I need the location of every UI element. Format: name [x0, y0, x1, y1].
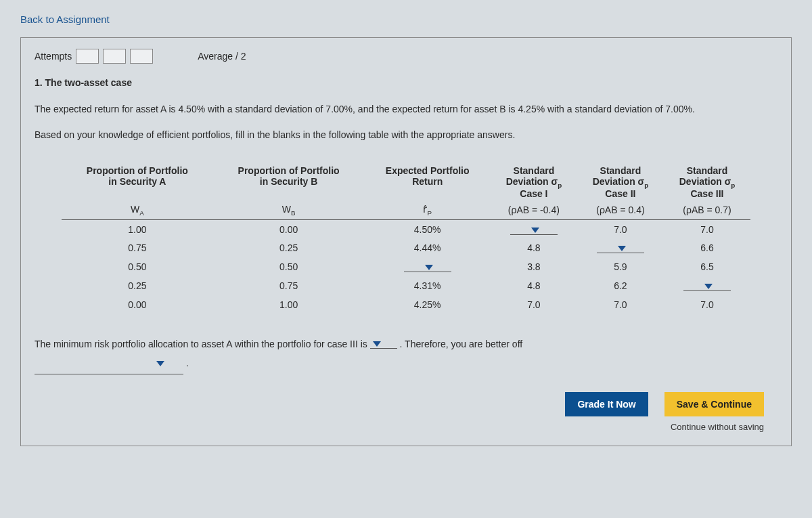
chevron-down-icon [156, 361, 164, 366]
cell-wa: 0.50 [62, 257, 213, 276]
attempt-box-2 [103, 49, 126, 64]
fill-in-sentence: The minimum risk portfolio allocation to… [35, 334, 777, 374]
dropdown-allocation[interactable] [370, 341, 397, 349]
cell-rp: 4.44% [365, 238, 491, 257]
cell-c2: 6.2 [577, 276, 664, 295]
cell-c3: 6.5 [664, 257, 750, 276]
attempts-row: Attempts Average / 2 [35, 49, 777, 64]
col-header-sd3: StandardDeviation σpCase III [664, 164, 750, 201]
attempt-box-3 [130, 49, 153, 64]
cell-wa: 0.75 [62, 238, 213, 257]
attempt-box-1 [76, 49, 99, 64]
table-row: 0.50 0.50 3.8 5.9 6.5 [62, 257, 750, 276]
assignment-panel: Attempts Average / 2 1. The two-asset ca… [20, 37, 792, 446]
subheader-wa: WA [62, 200, 213, 219]
col-header-propA: Proportion of Portfolioin Security A [62, 164, 213, 201]
col-header-sd2: StandardDeviation σpCase II [577, 164, 664, 201]
chevron-down-icon [704, 284, 713, 289]
table-row: 0.75 0.25 4.44% 4.8 6.6 [62, 238, 750, 257]
cell-rp: 4.31% [365, 276, 491, 295]
chevron-down-icon [618, 246, 626, 251]
continue-without-saving-link[interactable]: Continue without saving [671, 422, 764, 432]
col-header-propB: Proportion of Portfolioin Security B [213, 164, 365, 201]
chevron-down-icon [373, 341, 381, 347]
cell-wb: 1.00 [213, 295, 365, 314]
dropdown-r1-c2[interactable] [597, 246, 644, 253]
cell-c1: 4.8 [491, 276, 577, 295]
col-header-sd1: StandardDeviation σpCase I [491, 164, 577, 201]
cell-c2: 7.0 [577, 219, 664, 238]
cell-rp: 4.25% [365, 295, 491, 314]
portfolio-table: Proportion of Portfolioin Security A Pro… [62, 164, 750, 315]
subheader-wb: WB [213, 200, 365, 219]
cell-wb: 0.75 [213, 276, 365, 295]
chevron-down-icon [531, 228, 539, 233]
table-row: 0.00 1.00 4.25% 7.0 7.0 7.0 [62, 295, 750, 314]
dropdown-r2-rp[interactable] [404, 265, 451, 272]
subheader-pab3: (ρAB = 0.7) [664, 200, 750, 219]
paragraph-2: Based on your knowledge of efficient por… [35, 127, 777, 144]
table-row: 0.25 0.75 4.31% 4.8 6.2 [62, 276, 750, 295]
cell-wb: 0.25 [213, 238, 365, 257]
dropdown-r0-c1[interactable] [510, 228, 558, 235]
col-header-return: Expected PortfolioReturn [365, 164, 491, 201]
grade-it-now-button[interactable]: Grade It Now [565, 392, 648, 416]
portfolio-table-area: Proportion of Portfolioin Security A Pro… [35, 164, 777, 315]
subheader-pab2: (ρAB = 0.4) [577, 200, 664, 219]
sentence-part1: The minimum risk portfolio allocation to… [35, 339, 370, 349]
button-row: Grade It Now Save & Continue Continue wi… [35, 392, 777, 432]
back-to-assignment-link[interactable]: Back to Assignment [20, 14, 110, 25]
cell-c3: 7.0 [664, 219, 750, 238]
paragraph-1: The expected return for asset A is 4.50%… [35, 102, 777, 118]
cell-c3: 7.0 [664, 295, 750, 314]
cell-c2: 7.0 [577, 295, 664, 314]
dropdown-r3-c3[interactable] [683, 284, 731, 291]
cell-c1: 3.8 [491, 257, 577, 276]
average-label: Average / 2 [198, 51, 246, 62]
cell-wb: 0.50 [213, 257, 365, 276]
subheader-rp: r̂P [365, 200, 491, 219]
subheader-pab1: (ρAB = -0.4) [491, 200, 577, 219]
cell-wa: 1.00 [62, 219, 213, 238]
cell-rp: 4.50% [365, 219, 491, 238]
sentence-part3: . [186, 358, 189, 368]
chevron-down-icon [425, 265, 433, 270]
cell-c1: 7.0 [491, 295, 577, 314]
cell-c1: 4.8 [491, 238, 577, 257]
section-heading: 1. The two-asset case [35, 77, 777, 88]
cell-wa: 0.25 [62, 276, 213, 295]
cell-c3: 6.6 [664, 238, 750, 257]
cell-wb: 0.00 [213, 219, 365, 238]
table-row: 1.00 0.00 4.50% 7.0 7.0 [62, 219, 750, 238]
sentence-part2: . Therefore, you are better off [400, 339, 523, 349]
dropdown-better-off[interactable] [35, 353, 183, 374]
cell-wa: 0.00 [62, 295, 213, 314]
attempts-label: Attempts [35, 51, 72, 62]
save-continue-button[interactable]: Save & Continue [664, 392, 764, 416]
cell-c2: 5.9 [577, 257, 664, 276]
